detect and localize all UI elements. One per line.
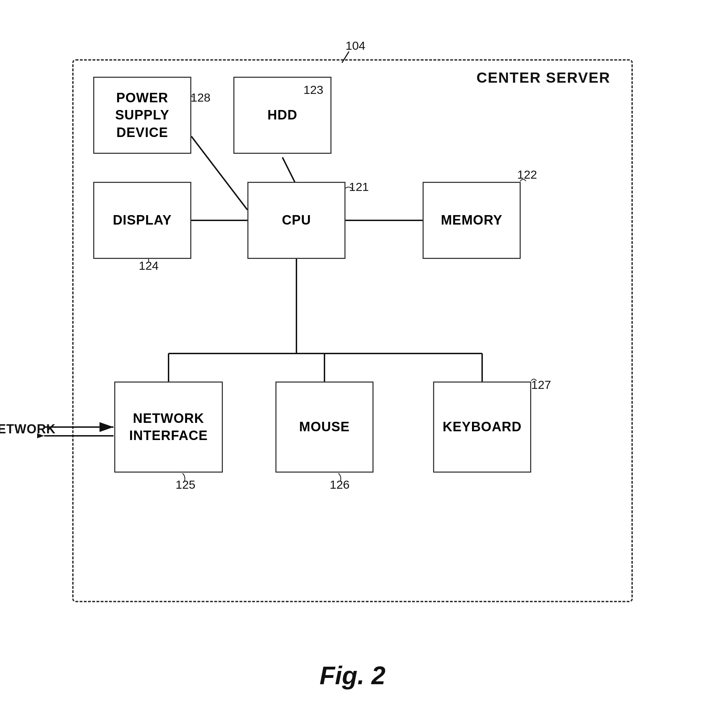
ref-104: 104 (345, 39, 366, 52)
ref-memory: 122 (517, 168, 537, 182)
display-block: DISPLAY (93, 182, 191, 259)
power-supply-block: POWER SUPPLY DEVICE (93, 77, 191, 154)
cpu-label: CPU (282, 212, 311, 229)
hdd-label: HDD (267, 107, 297, 124)
mouse-label: MOUSE (299, 418, 350, 435)
network-label: NETWORK (0, 422, 56, 436)
memory-block: MEMORY (423, 182, 521, 259)
display-label: DISPLAY (113, 212, 172, 229)
power-supply-label: POWER SUPPLY DEVICE (115, 90, 170, 141)
network-interface-label: NETWORK INTERFACE (129, 410, 208, 445)
ref-network-interface: 125 (176, 478, 195, 491)
network-interface-block: NETWORK INTERFACE (114, 381, 223, 472)
server-label: CENTER SERVER (477, 69, 610, 86)
ref-keyboard: 127 (531, 378, 551, 392)
ref-display: 124 (139, 259, 159, 273)
memory-label: MEMORY (441, 212, 503, 229)
ref-power: 128 (191, 91, 211, 104)
keyboard-label: KEYBOARD (442, 418, 522, 435)
keyboard-block: KEYBOARD (433, 381, 531, 472)
ref-hdd: 123 (303, 83, 324, 97)
mouse-block: MOUSE (275, 381, 374, 472)
ref-cpu: 121 (349, 180, 369, 194)
ref-mouse: 126 (330, 478, 350, 491)
figure-label: Fig. 2 (319, 661, 386, 690)
diagram-container: 104 CENTER SERVER (37, 31, 668, 697)
cpu-block: CPU (247, 182, 345, 259)
